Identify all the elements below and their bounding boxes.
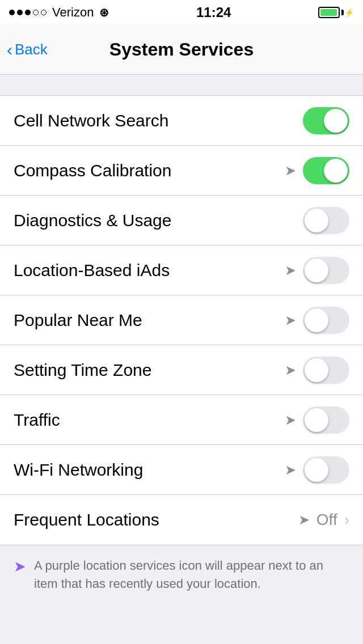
row-label: Diagnostics & Usage — [14, 211, 171, 230]
row-right: ➤ Off › — [298, 511, 349, 529]
settings-list: Cell Network Search Compass Calibration … — [0, 95, 363, 545]
row-traffic: Traffic ➤ — [0, 395, 363, 445]
footer-note: ➤ A purple location services icon will a… — [0, 545, 363, 607]
row-setting-time-zone: Setting Time Zone ➤ — [0, 345, 363, 395]
toggle-location-based-iads[interactable] — [303, 257, 349, 284]
battery-indicator: ⚡ — [318, 7, 354, 18]
row-label: Location-Based iAds — [14, 261, 170, 280]
page-title: System Services — [109, 39, 254, 60]
toggle-knob — [305, 458, 328, 482]
row-wifi-networking: Wi-Fi Networking ➤ — [0, 445, 363, 495]
row-left: Setting Time Zone — [14, 361, 151, 380]
status-left: Verizon ⊛ — [9, 5, 109, 20]
status-right: ⚡ — [318, 7, 354, 18]
toggle-popular-near-me[interactable] — [303, 307, 349, 334]
battery-tip — [341, 10, 344, 15]
row-label: Traffic — [14, 410, 60, 430]
row-left: Popular Near Me — [14, 311, 142, 330]
location-arrow-icon: ➤ — [285, 163, 296, 179]
row-right — [303, 107, 349, 134]
carrier-label: Verizon — [52, 5, 94, 20]
back-label: Back — [15, 41, 48, 58]
row-label: Popular Near Me — [14, 311, 142, 330]
row-right: ➤ — [285, 406, 349, 434]
row-left: Frequent Locations — [14, 510, 159, 529]
toggle-knob — [305, 408, 328, 432]
status-time: 11:24 — [196, 5, 231, 20]
row-frequent-locations[interactable]: Frequent Locations ➤ Off › — [0, 495, 363, 545]
row-left: Compass Calibration — [14, 161, 171, 180]
row-right — [303, 207, 349, 234]
toggle-setting-time-zone[interactable] — [303, 357, 349, 384]
signal-dot-2 — [17, 10, 23, 15]
location-arrow-icon: ➤ — [285, 412, 296, 428]
row-left: Diagnostics & Usage — [14, 211, 171, 230]
row-left: Location-Based iAds — [14, 261, 170, 280]
row-label: Compass Calibration — [14, 161, 171, 180]
signal-dot-1 — [9, 10, 15, 15]
toggle-wifi-networking[interactable] — [303, 456, 349, 484]
row-left: Wi-Fi Networking — [14, 460, 143, 480]
footer-text: A purple location services icon will app… — [34, 557, 349, 593]
toggle-knob — [324, 109, 348, 133]
row-label: Setting Time Zone — [14, 361, 151, 380]
status-bar: Verizon ⊛ 11:24 ⚡ — [0, 0, 363, 25]
signal-dots — [9, 10, 47, 15]
toggle-knob — [305, 358, 328, 382]
row-popular-near-me: Popular Near Me ➤ — [0, 295, 363, 345]
navigation-bar: ‹ Back System Services — [0, 25, 363, 75]
row-right: ➤ — [285, 257, 349, 284]
location-arrow-icon: ➤ — [285, 462, 296, 478]
footer-location-icon: ➤ — [14, 558, 26, 575]
signal-dot-3 — [25, 10, 31, 15]
back-chevron-icon: ‹ — [7, 41, 12, 58]
toggle-knob — [305, 209, 328, 232]
row-location-based-iads: Location-Based iAds ➤ — [0, 245, 363, 295]
location-arrow-icon: ➤ — [285, 362, 296, 378]
toggle-knob — [324, 159, 348, 183]
row-label: Cell Network Search — [14, 111, 168, 130]
wifi-icon: ⊛ — [99, 6, 109, 19]
section-gap — [0, 75, 363, 95]
toggle-knob — [305, 259, 328, 282]
battery-fill — [320, 9, 337, 16]
row-right: ➤ — [285, 357, 349, 384]
chevron-right-icon: › — [344, 511, 349, 529]
row-right: ➤ — [285, 157, 349, 184]
row-right: ➤ — [285, 307, 349, 334]
battery-body — [318, 7, 340, 18]
row-right: ➤ — [285, 456, 349, 484]
row-cell-network-search: Cell Network Search — [0, 96, 363, 146]
toggle-knob — [305, 308, 328, 332]
location-arrow-icon: ➤ — [298, 512, 310, 528]
row-compass-calibration: Compass Calibration ➤ — [0, 146, 363, 196]
back-button[interactable]: ‹ Back — [7, 41, 48, 58]
toggle-diagnostics-usage[interactable] — [303, 207, 349, 234]
row-left: Traffic — [14, 410, 60, 430]
toggle-traffic[interactable] — [303, 406, 349, 434]
signal-dot-5 — [41, 10, 47, 15]
location-arrow-icon: ➤ — [285, 312, 296, 328]
row-left: Cell Network Search — [14, 111, 168, 130]
toggle-cell-network-search[interactable] — [303, 107, 349, 134]
row-label: Wi-Fi Networking — [14, 460, 143, 480]
row-label: Frequent Locations — [14, 510, 159, 529]
row-diagnostics-usage: Diagnostics & Usage — [0, 196, 363, 245]
signal-dot-4 — [33, 10, 39, 15]
row-off-value: Off — [316, 511, 337, 529]
location-arrow-icon: ➤ — [285, 262, 296, 278]
bolt-icon: ⚡ — [344, 8, 354, 17]
toggle-compass-calibration[interactable] — [303, 157, 349, 184]
